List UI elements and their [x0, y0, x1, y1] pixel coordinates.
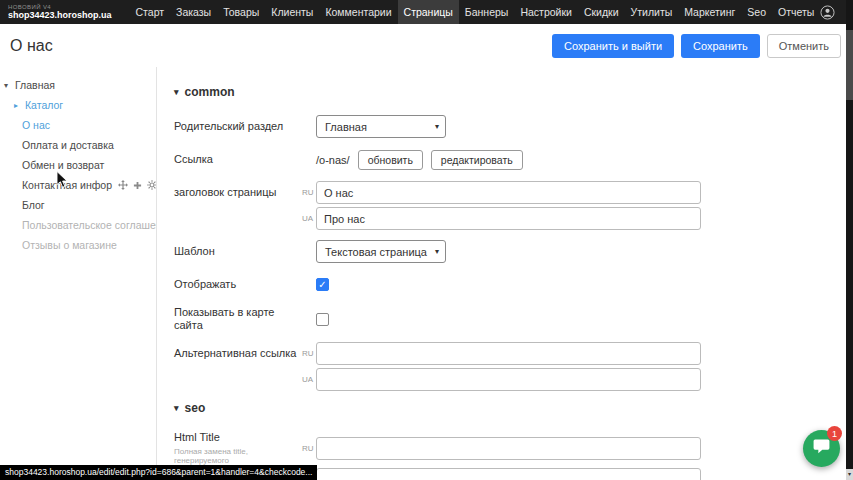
form-row-sitemap: Показывать в карте сайта [174, 306, 853, 332]
form-row-template: Шаблон Текстовая страница ▾ [174, 240, 853, 263]
menu-item-marketing[interactable]: Маркетинг [678, 0, 741, 24]
pages-tree: ▾ Главная ▸ Каталог О нас Оплата и доста… [0, 67, 157, 480]
menu-item-seo[interactable]: Seo [741, 0, 772, 24]
scrollbar[interactable]: ▾ [846, 0, 853, 480]
menu-item-utilities[interactable]: Утилиты [625, 0, 679, 24]
lang-tag-ua: UA [302, 375, 316, 384]
html-title-hint: Полная замена title, генерируемого [174, 447, 302, 465]
edit-link-button[interactable]: редактировать [431, 150, 523, 170]
form-row-link: Ссылка /o-nas/ обновить редактировать [174, 148, 853, 171]
sitemap-checkbox[interactable] [316, 313, 329, 326]
html-title-ua-input[interactable] [316, 468, 701, 480]
menu-item-settings[interactable]: Настройки [514, 0, 578, 24]
section-seo-title: seo [185, 401, 206, 415]
form-row-alt-link-ua: UA [174, 368, 853, 391]
alt-link-ru-input[interactable] [316, 342, 701, 365]
display-checkbox[interactable]: ✓ [316, 278, 329, 291]
caret-right-icon[interactable]: ▸ [14, 101, 25, 110]
scrollbar-down-arrow[interactable]: ▾ [846, 469, 853, 480]
tree-item-label: Оплата и доставка [22, 139, 114, 151]
page-title-ru-input[interactable] [316, 181, 701, 204]
cancel-button[interactable]: Отменить [767, 34, 841, 58]
menu-item-comments[interactable]: Комментарии [319, 0, 397, 24]
page-title-label: заголовок страницы [174, 186, 302, 199]
account-icon[interactable] [820, 5, 835, 20]
collapse-caret-icon[interactable]: ▾ [174, 403, 179, 413]
menu-item-start[interactable]: Старт [130, 0, 171, 24]
tree-item-contact-info[interactable]: Контактная инфор [0, 175, 156, 195]
menu-item-discounts[interactable]: Скидки [578, 0, 625, 24]
form-row-alt-link-ru: Альтернативная ссылка RU [174, 342, 853, 365]
chat-badge: 1 [827, 426, 842, 441]
menu-item-products[interactable]: Товары [217, 0, 265, 24]
display-label: Отображать [174, 278, 302, 291]
html-title-label: Html Title [174, 431, 302, 444]
tree-item-home[interactable]: ▾ Главная [0, 75, 156, 95]
tree-item-label: Блог [22, 199, 45, 211]
menu-item-orders[interactable]: Заказы [170, 0, 217, 24]
page-title-ua-input[interactable] [316, 207, 701, 230]
menu-item-reports[interactable]: Отчеты [772, 0, 820, 24]
sitemap-label: Показывать в карте сайта [174, 306, 302, 332]
tree-item-hover-actions [118, 180, 156, 190]
section-common-title: common [185, 85, 235, 99]
lang-tag-ua: UA [302, 214, 316, 223]
app-window: НОВОВИЙ V4 shop34423.horoshop.ua Старт З… [0, 0, 853, 480]
tree-item-label: Контактная инфор [22, 179, 112, 191]
alt-link-label: Альтернативная ссылка [174, 347, 302, 360]
chat-launcher[interactable]: 1 [803, 430, 840, 467]
form-row-display: Отображать ✓ [174, 273, 853, 296]
header-actions: Сохранить и выйти Сохранить Отменить [552, 34, 841, 58]
tree-item-label: О нас [22, 119, 50, 131]
add-icon[interactable] [133, 181, 142, 190]
chevron-down-icon: ▾ [435, 247, 439, 256]
status-url: shop34423.horoshop.ua/edit/edit.php?id=6… [0, 465, 317, 480]
parent-section-select[interactable]: Главная ▾ [316, 115, 446, 138]
template-label: Шаблон [174, 245, 302, 258]
tree-item-catalog[interactable]: ▸ Каталог [0, 95, 156, 115]
lang-tag-ru: RU [302, 349, 316, 358]
html-title-ru-input[interactable] [316, 437, 701, 460]
tree-item-exchange-return[interactable]: Обмен и возврат [0, 155, 156, 175]
chat-bubble-icon [812, 437, 831, 460]
form-row-html-title-ru: Html Title Полная замена title, генериру… [174, 431, 853, 465]
template-select[interactable]: Текстовая страница ▾ [316, 240, 446, 263]
form-row-parent-section: Родительский раздел Главная ▾ [174, 115, 853, 138]
form-row-page-title-ru: заголовок страницы RU [174, 181, 853, 204]
menu-item-clients[interactable]: Клиенты [265, 0, 319, 24]
tree-item-store-reviews[interactable]: Отзывы о магазине [0, 235, 156, 255]
link-label: Ссылка [174, 153, 302, 166]
tree-item-label: Отзывы о магазине [22, 239, 117, 251]
tree-item-label: Обмен и возврат [22, 159, 104, 171]
link-value: /o-nas/ [316, 154, 350, 166]
store-info[interactable]: НОВОВИЙ V4 shop34423.horoshop.ua [8, 4, 112, 20]
body: ▾ Главная ▸ Каталог О нас Оплата и доста… [0, 67, 853, 480]
refresh-link-button[interactable]: обновить [358, 150, 423, 170]
page-header: О нас Сохранить и выйти Сохранить Отмени… [0, 24, 853, 67]
tree-item-payment-delivery[interactable]: Оплата и доставка [0, 135, 156, 155]
edit-form: ▾ common Родительский раздел Главная ▾ С… [157, 67, 853, 480]
save-button[interactable]: Сохранить [681, 34, 760, 58]
parent-section-value: Главная [325, 121, 367, 133]
move-icon[interactable] [118, 180, 128, 190]
alt-link-ua-input[interactable] [316, 368, 701, 391]
lang-tag-ru: RU [302, 444, 316, 453]
tree-item-about-selected[interactable]: О нас [0, 115, 156, 135]
top-menu: Старт Заказы Товары Клиенты Комментарии … [130, 0, 821, 24]
gear-icon[interactable] [147, 180, 156, 190]
save-and-exit-button[interactable]: Сохранить и выйти [552, 34, 674, 58]
collapse-caret-icon[interactable]: ▾ [174, 87, 179, 97]
scrollbar-thumb[interactable] [846, 30, 853, 100]
check-icon: ✓ [318, 279, 326, 290]
tree-item-label: Главная [15, 79, 55, 91]
caret-down-icon[interactable]: ▾ [4, 81, 15, 90]
page-title: О нас [10, 37, 53, 55]
section-seo-header[interactable]: ▾ seo [174, 401, 853, 415]
chevron-down-icon: ▾ [435, 122, 439, 131]
menu-item-banners[interactable]: Баннеры [459, 0, 515, 24]
menu-item-pages[interactable]: Страницы [398, 0, 459, 24]
tree-item-blog[interactable]: Блог [0, 195, 156, 215]
section-common-header[interactable]: ▾ common [174, 85, 853, 99]
parent-section-label: Родительский раздел [174, 120, 302, 133]
tree-item-user-agreement[interactable]: Пользовательское соглашение [0, 215, 156, 235]
